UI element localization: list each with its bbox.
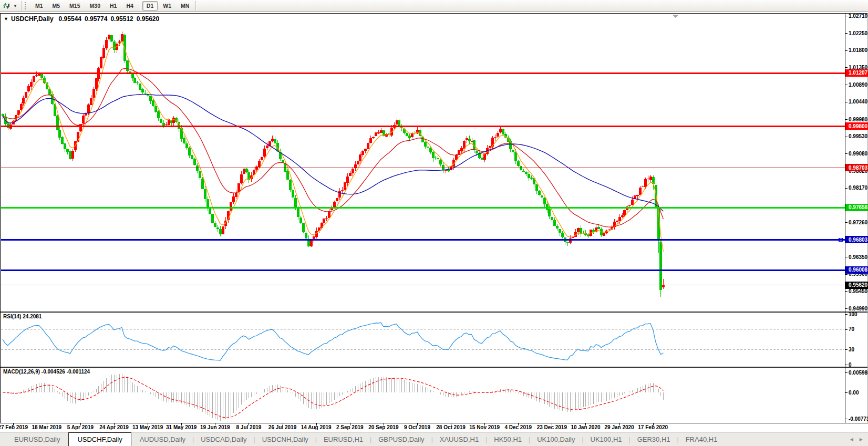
toolbar-separator	[195, 1, 196, 11]
chart-tabbar: EURUSD,DailyUSDCHF,DailyAUDUSD,Daily|USD…	[0, 432, 868, 446]
svg-text:26 Jul 2019: 26 Jul 2019	[268, 424, 297, 430]
timeframe-button-D1[interactable]: D1	[142, 1, 158, 11]
chart-tab-UK100-H1[interactable]: UK100,H1	[584, 432, 629, 446]
ohlc-low: 0.95512	[110, 15, 133, 23]
toolbar: ▼ M1M5M15M30H1H4D1W1MN	[0, 0, 868, 12]
ohlc-open: 0.95544	[59, 15, 81, 23]
macd-main-value: -0.004526	[42, 369, 65, 375]
chart-canvas[interactable]: 1.027101.022501.018001.013501.008901.004…	[0, 0, 868, 432]
toolbar-grip-handle[interactable]	[25, 2, 27, 9]
svg-text:70: 70	[849, 326, 855, 332]
symbol-label: USDCHF,Daily	[11, 15, 54, 23]
svg-text:0.99800: 0.99800	[849, 123, 868, 129]
timeframe-button-M1[interactable]: M1	[31, 1, 47, 11]
svg-text:1.01207: 1.01207	[849, 70, 868, 76]
chart-title: ▼ USDCHF,Daily 0.95544 0.95774 0.95512 0…	[4, 15, 159, 23]
svg-text:0.98703: 0.98703	[849, 165, 868, 171]
timeframe-button-MN[interactable]: MN	[177, 1, 193, 11]
svg-text:19 Jun 2019: 19 Jun 2019	[200, 424, 230, 430]
chart-tab-FRA40-H1[interactable]: FRA40,H1	[679, 432, 725, 446]
chart-tab-USDCAD-Daily[interactable]: USDCAD,Daily	[194, 432, 253, 446]
svg-text:20 Sep 2019: 20 Sep 2019	[368, 424, 399, 430]
svg-text:0.96008: 0.96008	[849, 267, 868, 273]
macd-signal-value: -0.001124	[67, 369, 90, 375]
rsi-indicator-label: RSI(14) 24.2081	[3, 314, 42, 319]
timeframe-button-H1[interactable]: H1	[106, 1, 121, 11]
svg-text:9 Oct 2019: 9 Oct 2019	[404, 424, 430, 430]
chart-tab-GBPUSD-Daily[interactable]: GBPUSD,Daily	[371, 432, 431, 446]
chart-tab-EURUSD-Daily[interactable]: EURUSD,Daily	[7, 432, 67, 446]
svg-text:5 Apr 2019: 5 Apr 2019	[67, 424, 94, 430]
svg-text:0.94990: 0.94990	[849, 306, 868, 312]
timeframe-button-H4[interactable]: H4	[122, 1, 137, 11]
svg-text:1.02250: 1.02250	[849, 30, 868, 36]
chart-mode-dropdown-icon[interactable]: ▼	[12, 4, 19, 8]
ohlc-close: 0.95620	[137, 15, 159, 23]
svg-text:4 Dec 2019: 4 Dec 2019	[504, 424, 532, 430]
svg-text:0.96803: 0.96803	[849, 237, 868, 243]
svg-text:2 Sep 2019: 2 Sep 2019	[336, 424, 364, 430]
svg-text:10 Jan 2020: 10 Jan 2020	[571, 424, 601, 430]
svg-text:1.02710: 1.02710	[849, 13, 868, 19]
svg-text:0.95620: 0.95620	[849, 282, 868, 288]
chart-tab-HK50-H1[interactable]: HK50,H1	[487, 432, 529, 446]
svg-text:1.00890: 1.00890	[849, 82, 868, 88]
timeframe-button-M15[interactable]: M15	[65, 1, 84, 11]
svg-text:13 May 2019: 13 May 2019	[132, 424, 163, 430]
chart-tab-GER30-H1[interactable]: GER30,H1	[631, 432, 677, 446]
svg-text:0.98170: 0.98170	[849, 185, 868, 191]
svg-text:1.00440: 1.00440	[849, 99, 868, 105]
svg-text:31 May 2019: 31 May 2019	[166, 424, 197, 430]
svg-text:30: 30	[849, 347, 855, 352]
svg-text:28 Oct 2019: 28 Oct 2019	[436, 424, 466, 430]
timeframe-button-M5[interactable]: M5	[48, 1, 65, 11]
svg-text:0.97260: 0.97260	[849, 220, 868, 225]
svg-text:15 Nov 2019: 15 Nov 2019	[469, 424, 500, 430]
svg-text:100: 100	[849, 312, 857, 317]
svg-text:0.99080: 0.99080	[849, 151, 868, 157]
chart-tab-USDCNH-Daily[interactable]: USDCNH,Daily	[255, 432, 315, 446]
chart-tab-UK100-Daily[interactable]: UK100,Daily	[530, 432, 582, 446]
collapse-arrow-icon[interactable]: ▼	[4, 16, 8, 22]
svg-text:27 Feb 2019: 27 Feb 2019	[0, 424, 28, 430]
svg-text:1.01800: 1.01800	[849, 47, 868, 53]
ohlc-high: 0.95774	[85, 15, 107, 23]
chart-tab-AUDUSD-Daily[interactable]: AUDUSD,Daily	[133, 432, 192, 446]
svg-text:0.005986: 0.005986	[849, 370, 868, 376]
svg-text:23 Dec 2019: 23 Dec 2019	[537, 424, 567, 430]
svg-text:0.99980: 0.99980	[849, 117, 868, 122]
svg-text:-0.007737: -0.007737	[849, 416, 868, 422]
macd-indicator-label: MACD(12,26,9) -0.004526 -0.001124	[3, 369, 90, 375]
svg-text:0.96350: 0.96350	[849, 254, 868, 260]
svg-text:0.00: 0.00	[849, 390, 859, 396]
chart-tab-EURUSD-H1[interactable]: EURUSD,H1	[317, 432, 370, 446]
svg-text:18 Mar 2019: 18 Mar 2019	[32, 424, 61, 430]
toolbar-separator	[21, 1, 22, 11]
rsi-value: 24.2081	[23, 314, 42, 319]
svg-text:29 Jan 2020: 29 Jan 2020	[604, 424, 634, 430]
svg-text:14 Aug 2019: 14 Aug 2019	[301, 424, 332, 430]
svg-text:0.99530: 0.99530	[849, 133, 868, 139]
svg-text:24 Apr 2019: 24 Apr 2019	[99, 424, 129, 430]
chart-mode-button[interactable]	[0, 1, 12, 11]
svg-text:8 Jul 2019: 8 Jul 2019	[236, 424, 262, 430]
svg-text:17 Feb 2020: 17 Feb 2020	[638, 424, 668, 430]
tab-scroll-left-icon[interactable]: ◀	[850, 437, 853, 442]
svg-text:0.97658: 0.97658	[849, 204, 868, 210]
timeframe-button-W1[interactable]: W1	[159, 1, 175, 11]
tab-scroll-right-icon[interactable]: ▶	[860, 437, 863, 442]
toolbar-separator	[140, 1, 140, 11]
chart-tab-XAUUSD-H1[interactable]: XAUUSD,H1	[433, 432, 485, 446]
svg-text:0: 0	[849, 362, 852, 368]
chart-tab-USDCHF-Daily[interactable]: USDCHF,Daily	[68, 432, 131, 446]
tab-scroll-arrows: ◀ ▶	[850, 432, 863, 446]
candles-mode-icon	[2, 2, 11, 10]
svg-text:0.95450: 0.95450	[849, 288, 868, 294]
timeframe-button-M30[interactable]: M30	[86, 1, 105, 11]
